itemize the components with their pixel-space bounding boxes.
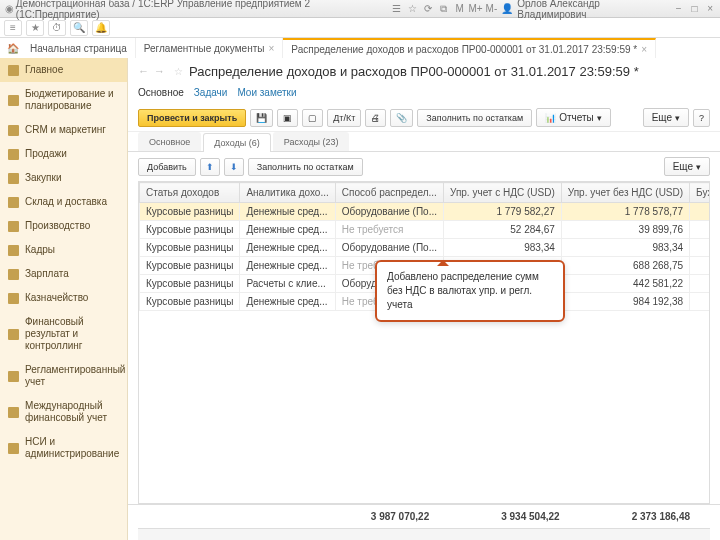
tab-distribution[interactable]: Распределение доходов и расходов ПР00-00… (283, 38, 656, 58)
sidebar-item[interactable]: Производство (0, 214, 127, 238)
more-button[interactable]: Еще ▾ (643, 108, 689, 127)
help-button[interactable]: ? (693, 109, 710, 127)
sidebar-item[interactable]: Кадры (0, 238, 127, 262)
up-icon[interactable]: ⬆ (200, 158, 220, 176)
search-icon[interactable]: 🔍 (70, 20, 88, 36)
doc-nav: Основное Задачи Мои заметки (128, 85, 720, 104)
tb-m[interactable]: M (454, 3, 466, 15)
minimize-icon[interactable]: − (673, 3, 685, 15)
title-text: Демонстрационная база / 1С:ERP Управлени… (16, 0, 391, 20)
sidebar-item[interactable]: Продажи (0, 142, 127, 166)
tab-income[interactable]: Доходы (6) (203, 133, 271, 152)
attach-icon[interactable]: 📎 (390, 109, 413, 127)
table-row[interactable]: Курсовые разницыДенежные сред...Не требу… (140, 221, 711, 239)
section-icon (8, 245, 19, 256)
section-icon (8, 65, 19, 76)
section-icon (8, 407, 19, 418)
table-row[interactable]: Курсовые разницыДенежные сред...Оборудов… (140, 203, 711, 221)
col-header[interactable]: Способ распредел... (335, 183, 443, 203)
sidebar-item[interactable]: Зарплата (0, 262, 127, 286)
link-notes[interactable]: Мои заметки (237, 87, 296, 98)
table-row[interactable]: Курсовые разницыДенежные сред...Оборудов… (140, 239, 711, 257)
section-icon (8, 293, 19, 304)
add-button[interactable]: Добавить (138, 158, 196, 176)
sidebar-item[interactable]: Международный финансовый учет (0, 394, 127, 430)
tab-main[interactable]: Основное (138, 132, 201, 151)
tb-m[interactable]: M+ (470, 3, 482, 15)
total-usd-vat: 3 987 070,22 (319, 509, 449, 524)
col-header[interactable]: Упр. учет без НДС (USD) (561, 183, 689, 203)
col-header[interactable]: Статья доходов (140, 183, 240, 203)
h-scrollbar[interactable] (138, 528, 710, 540)
sidebar-item[interactable]: Регламентированный учет (0, 358, 127, 394)
section-icon (8, 149, 19, 160)
app-tabs: 🏠 Начальная страница Регламентные докуме… (0, 38, 720, 58)
sidebar-item[interactable]: Главное (0, 58, 127, 82)
app-icon: ◉ (4, 3, 16, 15)
col-header[interactable]: Бухгалтерский учет (RUB) (690, 183, 710, 203)
close-icon[interactable]: × (641, 44, 647, 55)
doc-tabs: Основное Доходы (6) Расходы (23) (128, 132, 720, 152)
total-rub: 2 373 186,48 (580, 509, 710, 524)
fwd-icon[interactable]: → (154, 65, 168, 79)
income-grid[interactable]: Статья доходовАналитика дохо...Способ ра… (138, 181, 710, 504)
col-header[interactable]: Аналитика дохо... (240, 183, 335, 203)
sidebar: Главное Бюджетирование и планирование CR… (0, 58, 128, 540)
bell-icon[interactable]: 🔔 (92, 20, 110, 36)
maximize-icon[interactable]: □ (689, 3, 701, 15)
close-icon[interactable]: × (268, 43, 274, 54)
grid-toolbar: Добавить ⬆ ⬇ Заполнить по остаткам Еще ▾ (128, 152, 720, 181)
tab-regdocs[interactable]: Регламентные документы× (136, 38, 284, 58)
section-icon (8, 95, 19, 106)
fav-icon[interactable]: ☆ (174, 66, 183, 77)
tab-expense[interactable]: Расходы (23) (273, 132, 350, 151)
fill-button[interactable]: Заполнить по остаткам (417, 109, 532, 127)
user-name[interactable]: Орлов Александр Владимирович (517, 0, 669, 20)
close-icon[interactable]: × (704, 3, 716, 15)
sidebar-item[interactable]: Склад и доставка (0, 190, 127, 214)
section-icon (8, 269, 19, 280)
tb-icon[interactable]: ☰ (391, 3, 403, 15)
grid-more-button[interactable]: Еще ▾ (664, 157, 710, 176)
section-icon (8, 221, 19, 232)
sidebar-item[interactable]: Финансовый результат и контроллинг (0, 310, 127, 358)
home-icon[interactable]: 🏠 (4, 38, 22, 58)
sidebar-item[interactable]: НСИ и администрирование (0, 430, 127, 466)
section-icon (8, 197, 19, 208)
tb-icon[interactable]: ☆ (406, 3, 418, 15)
sidebar-item[interactable]: CRM и маркетинг (0, 118, 127, 142)
tb-icon[interactable]: ⟳ (422, 3, 434, 15)
menu-icon[interactable]: ≡ (4, 20, 22, 36)
tb-icon[interactable]: ⧉ (438, 3, 450, 15)
unpost-icon[interactable]: ▢ (302, 109, 323, 127)
post-icon[interactable]: ▣ (277, 109, 298, 127)
section-icon (8, 443, 19, 454)
history-icon[interactable]: ⏱ (48, 20, 66, 36)
sidebar-item[interactable]: Бюджетирование и планирование (0, 82, 127, 118)
total-usd-novat: 3 934 504,22 (449, 509, 579, 524)
reports-button[interactable]: 📊 Отчеты ▾ (536, 108, 611, 127)
section-icon (8, 329, 19, 340)
print-icon[interactable]: 🖨 (365, 109, 386, 127)
fill-grid-button[interactable]: Заполнить по остаткам (248, 158, 363, 176)
star-icon[interactable]: ★ (26, 20, 44, 36)
save-icon[interactable]: 💾 (250, 109, 273, 127)
window-titlebar: ◉ Демонстрационная база / 1С:ERP Управле… (0, 0, 720, 18)
doc-toolbar: Провести и закрыть 💾 ▣ ▢ Дт/Кт 🖨 📎 Запол… (128, 104, 720, 132)
grid-totals: 3 987 070,22 3 934 504,22 2 373 186,48 (128, 504, 720, 528)
link-main[interactable]: Основное (138, 87, 184, 98)
down-icon[interactable]: ⬇ (224, 158, 244, 176)
section-icon (8, 371, 19, 382)
tb-m[interactable]: M- (486, 3, 498, 15)
link-tasks[interactable]: Задачи (194, 87, 228, 98)
top-toolbar: ≡ ★ ⏱ 🔍 🔔 (0, 18, 720, 38)
tab-home[interactable]: Начальная страница (22, 38, 136, 58)
back-icon[interactable]: ← (138, 65, 152, 79)
movements-icon[interactable]: Дт/Кт (327, 109, 361, 127)
sidebar-item[interactable]: Закупки (0, 166, 127, 190)
post-close-button[interactable]: Провести и закрыть (138, 109, 246, 127)
col-header[interactable]: Упр. учет с НДС (USD) (443, 183, 561, 203)
section-icon (8, 173, 19, 184)
user-icon[interactable]: 👤 (501, 3, 513, 15)
sidebar-item[interactable]: Казначейство (0, 286, 127, 310)
